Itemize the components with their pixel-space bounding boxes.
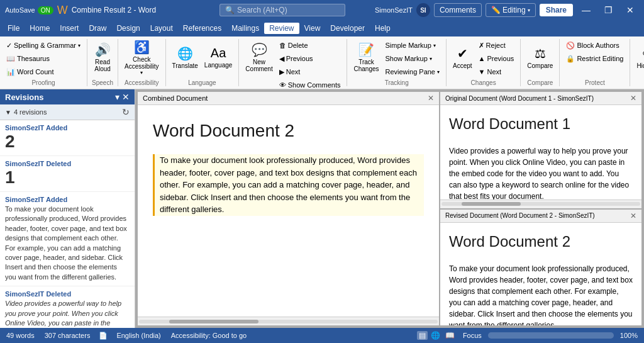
- original-doc-close-button[interactable]: ✕: [630, 94, 636, 103]
- hide-ink-button[interactable]: ✏ Hide Ink: [634, 39, 644, 76]
- autosave-state[interactable]: ON: [38, 6, 53, 14]
- combined-doc-scrollbar[interactable]: [138, 317, 439, 325]
- revisions-count: 4 revisions: [14, 108, 47, 116]
- menu-insert[interactable]: Insert: [55, 23, 84, 34]
- original-document: Original Document (Word Document 1 - Sim…: [440, 92, 641, 208]
- compare-icon: ⚖: [535, 46, 546, 61]
- revision-item: SimonSezIT Added To make your document l…: [0, 192, 135, 286]
- pencil-icon: ✏️: [491, 6, 501, 14]
- combined-doc-title: Combined Document: [143, 94, 208, 102]
- zoom-level[interactable]: 100%: [619, 332, 639, 339]
- ribbon-group-label-proofing: Proofing: [4, 78, 83, 86]
- ribbon-group-label-protect: Protect: [564, 78, 626, 86]
- ribbon-group-label-speech: Speech: [91, 78, 114, 86]
- block-authors-button[interactable]: 🚫 Block Authors: [564, 39, 626, 52]
- previous-comment-button[interactable]: ◀ Previous: [277, 52, 343, 65]
- original-doc-content[interactable]: Word Document 1 Video provides a powerfu…: [440, 105, 641, 200]
- revisions-header: Revisions ▾ ✕: [0, 89, 135, 104]
- char-count-status[interactable]: 307 characters: [43, 332, 92, 339]
- focus-label[interactable]: Focus: [462, 332, 483, 339]
- revision-author: SimonSezIT Deleted: [5, 160, 130, 167]
- original-doc-para1: Video provides a powerful way to help yo…: [449, 145, 633, 200]
- show-markup-button[interactable]: Show Markup ▾: [383, 52, 443, 65]
- show-icon: 👁: [279, 81, 286, 89]
- ribbon: ✓ Spelling & Grammar ▾ 📖 Thesaurus 📊 Wor…: [0, 37, 644, 89]
- menu-design[interactable]: Design: [111, 23, 145, 34]
- word-count-button[interactable]: 📊 Word Count: [4, 65, 83, 78]
- menu-developer[interactable]: Developer: [325, 23, 370, 34]
- word-count-status[interactable]: 49 words: [5, 332, 36, 339]
- search-box[interactable]: 🔍: [219, 4, 345, 16]
- new-comment-button[interactable]: 💬 NewComment: [243, 39, 275, 76]
- editing-button[interactable]: ✏️ Editing ▾: [486, 3, 536, 17]
- read-aloud-button[interactable]: 🔊 ReadAloud: [91, 39, 114, 76]
- accessibility-status[interactable]: Accessibility: Good to go: [170, 332, 248, 339]
- down-icon: ▼: [479, 68, 486, 76]
- original-doc-scrollbar[interactable]: [440, 200, 641, 208]
- autosave-toggle: AutoSave ON: [5, 6, 53, 14]
- combined-doc-close-button[interactable]: ✕: [428, 94, 434, 103]
- simple-markup-button[interactable]: Simple Markup ▾: [383, 39, 443, 52]
- revisions-title: Revisions: [5, 93, 43, 102]
- search-input[interactable]: [237, 6, 338, 14]
- previous-change-button[interactable]: ▲ Previous: [476, 52, 517, 65]
- menu-references[interactable]: References: [178, 23, 226, 34]
- zoom-slider[interactable]: [488, 332, 614, 339]
- dropdown-arrow-icon: ▾: [528, 8, 530, 13]
- menu-file[interactable]: File: [3, 23, 25, 34]
- menu-help[interactable]: Help: [370, 23, 396, 34]
- revisions-options-button[interactable]: ▾: [115, 92, 119, 102]
- next-comment-button[interactable]: ▶ Next: [277, 65, 343, 78]
- translate-button[interactable]: 🌐 Translate: [170, 39, 201, 76]
- web-view-button[interactable]: 🌐: [429, 331, 442, 340]
- next-change-button[interactable]: ▼ Next: [476, 65, 517, 78]
- accept-button[interactable]: ✔ Accept: [450, 39, 475, 76]
- ribbon-group-label-accessibility: Accessibility: [122, 78, 161, 86]
- restore-button[interactable]: ❐: [599, 0, 618, 20]
- compare-button[interactable]: ⚖ Compare: [525, 39, 555, 76]
- delete-icon: 🗑: [279, 42, 286, 49]
- menu-layout[interactable]: Layout: [145, 23, 178, 34]
- search-icon: 🔍: [225, 6, 235, 14]
- check-accessibility-button[interactable]: ♿ CheckAccessibility ▾: [122, 39, 161, 76]
- page-icon: 📄: [99, 332, 108, 340]
- reviewing-pane-button[interactable]: Reviewing Pane ▾: [383, 65, 443, 78]
- menu-draw[interactable]: Draw: [84, 23, 111, 34]
- spelling-grammar-button[interactable]: ✓ Spelling & Grammar ▾: [4, 39, 83, 52]
- read-view-button[interactable]: 📖: [443, 331, 457, 340]
- show-comments-button[interactable]: 👁 Show Comments: [277, 79, 343, 89]
- revision-number: 2: [5, 133, 130, 150]
- revised-doc-close-button[interactable]: ✕: [630, 211, 636, 220]
- thesaurus-button[interactable]: 📖 Thesaurus: [4, 52, 83, 65]
- ribbon-group-label-language: Language: [170, 78, 235, 86]
- original-doc-heading: Word Document 1: [449, 113, 633, 135]
- menu-view[interactable]: View: [299, 23, 326, 34]
- menu-review[interactable]: Review: [264, 23, 299, 34]
- share-button[interactable]: Share: [540, 4, 573, 16]
- ribbon-group-label-compare: Compare: [525, 78, 555, 86]
- comments-button[interactable]: Comments: [434, 3, 482, 17]
- language-button[interactable]: Aa Language: [202, 39, 235, 76]
- refresh-button[interactable]: ↻: [122, 107, 130, 117]
- track-changes-button[interactable]: 📝 TrackChanges: [351, 39, 381, 76]
- menu-mailings[interactable]: Mailings: [226, 23, 264, 34]
- reject-button[interactable]: ✗ Reject: [476, 39, 517, 52]
- revision-item: SimonSezIT Deleted 1: [0, 156, 135, 192]
- original-doc-header: Original Document (Word Document 1 - Sim…: [440, 92, 641, 105]
- language-status[interactable]: English (India): [115, 332, 162, 339]
- menu-home[interactable]: Home: [25, 23, 55, 34]
- reject-icon: ✗: [479, 42, 484, 50]
- close-button[interactable]: ✕: [621, 0, 639, 20]
- minimize-button[interactable]: —: [577, 0, 596, 20]
- print-view-button[interactable]: ▤: [417, 331, 428, 340]
- revision-text: To make your document look professionall…: [5, 205, 130, 282]
- combined-doc-content[interactable]: Word Document 2 To make your document lo…: [138, 105, 439, 317]
- restrict-editing-button[interactable]: 🔒 Restrict Editing: [564, 52, 626, 65]
- revised-doc-body: To make your document look professionall…: [449, 263, 633, 326]
- revisions-close-button[interactable]: ✕: [122, 92, 130, 102]
- ribbon-group-accessibility: ♿ CheckAccessibility ▾ Accessibility: [118, 39, 165, 86]
- delete-comment-button[interactable]: 🗑 Delete: [277, 39, 343, 52]
- revised-doc-title: Revised Document (Word Document 2 - Simo…: [445, 212, 595, 219]
- revised-doc-content[interactable]: Word Document 2 To make your document lo…: [440, 223, 641, 326]
- up-icon: ▲: [479, 55, 486, 62]
